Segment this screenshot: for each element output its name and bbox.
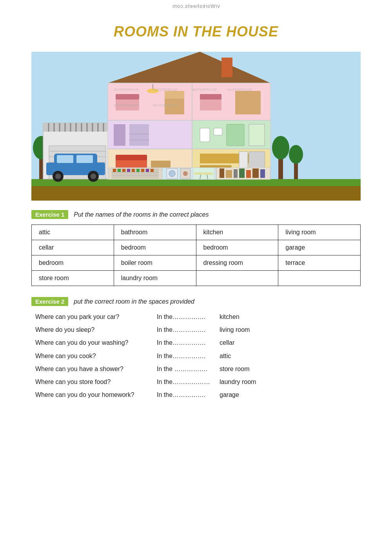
- word-cell: boiler room: [114, 255, 196, 271]
- svg-rect-8: [43, 123, 112, 132]
- word-cell: store room: [32, 271, 114, 286]
- word-cell: kitchen: [196, 225, 278, 240]
- svg-rect-60: [214, 128, 222, 135]
- word-cell: bedroom: [32, 255, 114, 271]
- ex2-blank: In the…………….: [157, 337, 220, 348]
- svg-text:WATERPROOF: WATERPROOF: [153, 103, 178, 107]
- word-cell: laundry room: [114, 271, 196, 286]
- svg-text:WATERPROOF: WATERPROOF: [114, 103, 139, 107]
- svg-rect-52: [235, 91, 261, 114]
- svg-rect-97: [234, 169, 238, 178]
- word-cell: bathroom: [114, 225, 196, 240]
- svg-rect-101: [260, 169, 265, 178]
- ex2-answer: attic: [220, 351, 274, 361]
- svg-point-87: [169, 170, 175, 177]
- svg-rect-79: [127, 169, 130, 172]
- word-cell: attic: [32, 225, 114, 240]
- ex2-question: Where do you sleep?: [35, 324, 157, 335]
- exercise2-content: Where can you park your car?In the…………….…: [31, 311, 361, 400]
- svg-rect-48: [165, 91, 184, 99]
- ex2-question: Where can you cook?: [35, 351, 157, 361]
- svg-rect-83: [146, 169, 149, 172]
- word-cell: bedroom: [196, 240, 278, 255]
- word-cell: bedroom: [114, 240, 196, 255]
- ex2-question: Where can you store food?: [35, 377, 157, 387]
- ex2-blank: In the…………….: [157, 351, 220, 361]
- ex2-blank: In the…………….: [157, 389, 220, 400]
- exercise2-row: Where can you do your homework?In the…………: [35, 389, 361, 400]
- exercise2-row: Where do you sleep?In the…………….living ro…: [35, 324, 361, 335]
- svg-rect-80: [132, 169, 135, 172]
- svg-rect-98: [239, 168, 245, 178]
- exercise1-instruction: Put the names of the rooms in the correc…: [74, 211, 209, 218]
- exercise2-row: Where can you have a shower?In the ………………: [35, 364, 361, 374]
- svg-rect-29: [76, 155, 93, 163]
- svg-rect-61: [227, 124, 244, 146]
- ex2-blank: In the…………….: [157, 324, 220, 335]
- svg-point-31: [55, 174, 61, 179]
- svg-rect-96: [226, 170, 232, 178]
- ex2-question: Where can you park your car?: [35, 311, 157, 322]
- svg-rect-100: [252, 168, 259, 178]
- ex2-answer: cellar: [220, 337, 274, 348]
- exercise2-row: Where can you store food?In the………………lau…: [35, 377, 361, 387]
- svg-text:WATERPROOF: WATERPROOF: [192, 88, 217, 92]
- svg-text:WATERPROOF: WATERPROOF: [153, 88, 178, 92]
- svg-point-89: [183, 171, 188, 176]
- word-cell: living room: [278, 225, 361, 240]
- svg-point-33: [91, 174, 96, 179]
- word-cell: dressing room: [196, 255, 278, 271]
- ex2-blank: In the …………….: [157, 364, 220, 374]
- exercise2-instruction: put the correct room in the spaces provi…: [74, 298, 194, 305]
- svg-text:WATERPROOF: WATERPROOF: [114, 88, 139, 92]
- svg-rect-76: [113, 169, 116, 172]
- exercise2-row: Where can you park your car?In the…………….…: [35, 311, 361, 322]
- svg-rect-77: [118, 169, 121, 172]
- svg-rect-28: [57, 155, 73, 163]
- ex2-blank: In the………………: [157, 377, 220, 387]
- svg-rect-36: [221, 58, 232, 77]
- exercise2-header: Exercise 2 put the correct room in the s…: [31, 297, 361, 306]
- svg-rect-44: [116, 94, 139, 100]
- exercise1-section: Exercise 1 Put the names of the rooms in…: [31, 210, 361, 286]
- exercise2-badge: Exercise 2: [31, 297, 68, 306]
- svg-rect-99: [246, 170, 251, 178]
- house-illustration: WATERPROOF WATERPROOF WATERPROOF WATERPR…: [31, 52, 361, 201]
- ex2-answer: laundry room: [220, 377, 274, 387]
- ex2-answer: kitchen: [220, 311, 274, 322]
- ex2-blank: In the…………….: [157, 311, 220, 322]
- svg-rect-84: [151, 169, 154, 172]
- page-title: ROOMS IN THE HOUSE: [31, 24, 361, 40]
- exercise1-badge: Exercise 1: [31, 210, 68, 219]
- ex2-question: Where can you have a shower?: [35, 364, 157, 374]
- svg-rect-65: [116, 155, 147, 160]
- watermark: viWorksheets.com: [0, 3, 392, 9]
- svg-rect-1: [31, 185, 361, 201]
- svg-text:WATERPROOF: WATERPROOF: [227, 88, 252, 92]
- word-cell: [196, 271, 278, 286]
- svg-point-103: [272, 136, 289, 159]
- ex2-question: Where can you do your washing?: [35, 337, 157, 348]
- word-cell: terrace: [278, 255, 361, 271]
- svg-rect-59: [200, 128, 210, 142]
- word-cell: [278, 271, 361, 286]
- exercise1-header: Exercise 1 Put the names of the rooms in…: [31, 210, 361, 219]
- svg-rect-55: [129, 124, 149, 146]
- ex2-answer: living room: [220, 324, 274, 335]
- word-cell: garage: [278, 240, 361, 255]
- svg-rect-54: [114, 124, 125, 146]
- ex2-question: Where can you do your homework?: [35, 389, 157, 400]
- ex2-answer: garage: [220, 389, 274, 400]
- exercise2-section: Exercise 2 put the correct room in the s…: [31, 297, 361, 400]
- svg-rect-91: [194, 172, 213, 175]
- exercise2-row: Where can you cook?In the…………….attic: [35, 351, 361, 361]
- ex2-answer: store room: [220, 364, 274, 374]
- svg-rect-81: [136, 169, 140, 172]
- exercise2-row: Where can you do your washing?In the……………: [35, 337, 361, 348]
- svg-rect-78: [122, 169, 125, 172]
- svg-point-105: [289, 145, 303, 164]
- svg-rect-95: [220, 168, 224, 178]
- svg-rect-2: [31, 179, 361, 186]
- word-cell: cellar: [32, 240, 114, 255]
- svg-rect-51: [200, 94, 221, 100]
